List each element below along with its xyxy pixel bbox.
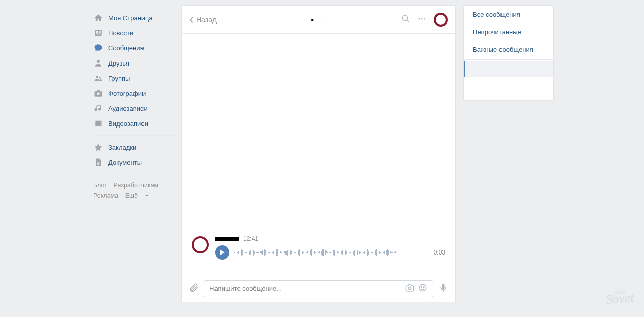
svg-rect-11 bbox=[95, 121, 96, 126]
svg-point-7 bbox=[96, 76, 99, 79]
play-button[interactable] bbox=[215, 245, 229, 260]
sidebar-item-bookmarks[interactable]: Закладки bbox=[93, 140, 174, 155]
footer-link-more[interactable]: Ещё bbox=[125, 191, 149, 201]
svg-point-18 bbox=[418, 18, 420, 20]
svg-point-24 bbox=[424, 287, 425, 288]
footer-link-devs[interactable]: Разработчикам bbox=[114, 182, 159, 189]
filter-active-item[interactable] bbox=[464, 61, 553, 77]
svg-point-8 bbox=[99, 77, 101, 79]
filter-unread[interactable]: Непрочитанные bbox=[464, 23, 553, 41]
chat-footer bbox=[182, 275, 455, 302]
groups-icon bbox=[93, 73, 103, 83]
back-button[interactable]: Назад bbox=[189, 16, 217, 24]
sidebar-item-news[interactable]: Новости bbox=[93, 25, 174, 40]
audio-waveform[interactable] bbox=[234, 246, 428, 259]
svg-rect-12 bbox=[101, 121, 102, 126]
svg-point-16 bbox=[402, 15, 408, 21]
messages-icon bbox=[93, 43, 103, 53]
svg-line-17 bbox=[407, 20, 409, 22]
chevron-down-icon bbox=[145, 194, 149, 198]
sidebar-item-label: Друзья bbox=[108, 59, 129, 67]
chat-peer-avatar[interactable] bbox=[434, 13, 448, 27]
footer-link-ads[interactable]: Реклама bbox=[93, 192, 118, 199]
play-icon bbox=[219, 249, 225, 256]
svg-rect-2 bbox=[96, 34, 101, 34]
svg-point-22 bbox=[419, 284, 426, 291]
message-sender-redacted[interactable] bbox=[215, 237, 239, 241]
footer-links: Блог Разработчикам Реклама Ещё bbox=[93, 178, 174, 201]
sidebar-item-label: Сообщения bbox=[108, 44, 144, 52]
sidebar-item-documents[interactable]: Документы bbox=[93, 155, 174, 170]
music-icon bbox=[93, 103, 103, 113]
photo-attach-icon[interactable] bbox=[405, 283, 414, 294]
sidebar-item-audio[interactable]: Аудиозаписи bbox=[93, 101, 174, 116]
nav-divider bbox=[93, 174, 174, 174]
sidebar-item-video[interactable]: Видеозаписи bbox=[93, 116, 174, 131]
sidebar-item-label: Новости bbox=[108, 29, 133, 37]
sidebar-item-label: Аудиозаписи bbox=[108, 105, 148, 112]
sidebar-item-label: Группы bbox=[108, 75, 130, 82]
message-row: 12:41 0:03 bbox=[192, 235, 445, 260]
watermark-main: Sovet bbox=[605, 290, 634, 307]
svg-point-20 bbox=[424, 18, 425, 20]
sidebar-item-groups[interactable]: Группы bbox=[93, 71, 174, 86]
sidebar-item-label: Документы bbox=[108, 159, 142, 166]
microphone-icon[interactable] bbox=[438, 283, 448, 294]
chat-body: 12:41 0:03 bbox=[182, 34, 455, 275]
svg-point-9 bbox=[97, 92, 99, 95]
svg-rect-3 bbox=[96, 35, 101, 35]
message-input-wrapper bbox=[204, 280, 433, 297]
friends-icon bbox=[93, 58, 103, 68]
emoji-icon[interactable] bbox=[418, 283, 427, 294]
chat-header: Назад — · bbox=[182, 6, 455, 34]
sidebar-item-messages[interactable]: Сообщения bbox=[93, 40, 174, 55]
title-dot-icon bbox=[311, 19, 313, 21]
svg-rect-25 bbox=[443, 290, 444, 292]
audio-duration: 0:03 bbox=[434, 249, 445, 256]
message-input[interactable] bbox=[209, 285, 401, 292]
filter-all-messages[interactable]: Все сообщения bbox=[464, 6, 553, 23]
svg-rect-5 bbox=[99, 32, 101, 33]
svg-rect-1 bbox=[96, 31, 99, 33]
more-icon[interactable] bbox=[417, 14, 426, 25]
footer-link-blog[interactable]: Блог bbox=[93, 182, 107, 189]
sidebar-item-label: Фотографии bbox=[108, 90, 146, 97]
back-label: Назад bbox=[196, 16, 217, 24]
svg-point-6 bbox=[97, 60, 100, 63]
sidebar-item-label: Закладки bbox=[108, 144, 136, 151]
nav-divider bbox=[93, 135, 174, 136]
message-avatar[interactable] bbox=[192, 236, 209, 253]
sidebar-item-photos[interactable]: Фотографии bbox=[93, 86, 174, 101]
right-filter-panel: Все сообщения Непрочитанные Важные сообщ… bbox=[463, 5, 554, 101]
search-icon[interactable] bbox=[401, 14, 410, 25]
filter-divider bbox=[464, 59, 553, 60]
message-content: 12:41 0:03 bbox=[215, 235, 445, 260]
svg-point-23 bbox=[421, 287, 422, 288]
video-icon bbox=[93, 118, 103, 129]
svg-point-19 bbox=[421, 18, 423, 20]
news-icon bbox=[93, 28, 103, 38]
chat-panel: Назад — · 12:41 bbox=[181, 5, 456, 302]
message-time: 12:41 bbox=[243, 235, 258, 242]
sidebar-item-friends[interactable]: Друзья bbox=[93, 55, 174, 71]
svg-rect-13 bbox=[97, 162, 100, 162]
message-header: 12:41 bbox=[215, 235, 445, 242]
sidebar-item-label: Моя Страница bbox=[108, 14, 153, 22]
svg-point-21 bbox=[408, 287, 411, 289]
camera-icon bbox=[93, 88, 103, 98]
svg-rect-15 bbox=[97, 164, 99, 165]
attach-icon[interactable] bbox=[189, 283, 199, 294]
chat-title: — · bbox=[311, 17, 326, 22]
chat-header-actions bbox=[401, 13, 448, 27]
sidebar-item-label: Видеозаписи bbox=[108, 120, 148, 128]
home-icon bbox=[93, 13, 103, 23]
left-sidebar: Моя Страница Новости Сообщения Друзья Гр… bbox=[93, 5, 174, 302]
svg-rect-4 bbox=[99, 31, 101, 32]
filter-important[interactable]: Важные сообщения bbox=[464, 41, 553, 58]
sidebar-item-my-page[interactable]: Моя Страница bbox=[93, 10, 174, 25]
chevron-left-icon bbox=[189, 16, 194, 23]
watermark: club Sovet bbox=[605, 288, 634, 305]
audio-message: 0:03 bbox=[215, 245, 445, 260]
svg-rect-14 bbox=[97, 163, 100, 164]
title-placeholder: — · bbox=[318, 17, 326, 22]
